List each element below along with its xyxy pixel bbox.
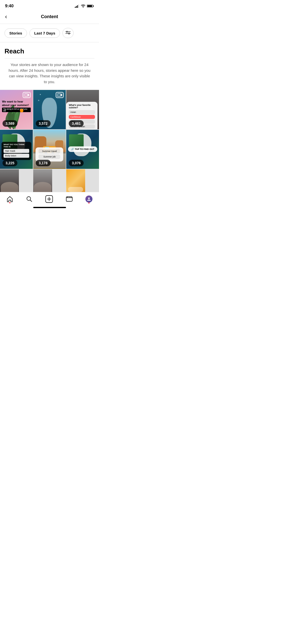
link-icon: 🔗 bbox=[71, 148, 74, 150]
quiz-option-asian: Asian bbox=[69, 110, 95, 114]
story-item-7[interactable] bbox=[0, 169, 19, 192]
svg-point-23 bbox=[71, 197, 72, 198]
profile-dot bbox=[88, 202, 90, 204]
reach-description: Your stories are shown to your audience … bbox=[5, 62, 94, 87]
story-item-9[interactable] bbox=[66, 169, 85, 192]
nav-home[interactable] bbox=[7, 196, 13, 202]
svg-point-21 bbox=[67, 197, 68, 198]
orange-accent bbox=[68, 187, 83, 192]
home-dot bbox=[9, 202, 10, 203]
story-item-8[interactable] bbox=[33, 169, 52, 192]
svg-rect-6 bbox=[87, 5, 92, 7]
svg-rect-2 bbox=[77, 5, 78, 8]
reel-icon-2 bbox=[56, 92, 64, 98]
story-count-4: 3,225 bbox=[3, 160, 17, 166]
home-indicator bbox=[33, 207, 66, 208]
wifi-icon bbox=[81, 4, 85, 8]
back-button[interactable]: ‹ bbox=[5, 13, 13, 20]
status-time: 9:40 bbox=[5, 4, 14, 9]
plate-partial-2 bbox=[34, 182, 51, 192]
camera-icon-2 bbox=[57, 93, 62, 97]
profile-avatar bbox=[85, 196, 92, 203]
person-icon bbox=[87, 197, 91, 201]
svg-point-22 bbox=[69, 197, 70, 198]
plate-partial bbox=[1, 182, 18, 192]
nav-profile[interactable] bbox=[85, 196, 92, 203]
story-item-6[interactable]: 🔗 TAP TO FIND OUT 3,076 bbox=[66, 130, 99, 169]
nav-create[interactable] bbox=[45, 195, 53, 203]
reach-section: Reach Your stories are shown to your aud… bbox=[0, 42, 99, 90]
poll-option-job: Summer job bbox=[39, 154, 60, 159]
bottom-nav bbox=[0, 192, 99, 205]
reach-title: Reach bbox=[5, 47, 94, 55]
camera-icon bbox=[24, 93, 29, 97]
story-item-2[interactable]: 3,572 bbox=[33, 90, 66, 129]
tap-find-overlay: 🔗 TAP TO FIND OUT bbox=[68, 146, 97, 152]
header: ‹ Content bbox=[0, 11, 99, 24]
reach-divider bbox=[5, 58, 94, 58]
filter-bar: Stories Last 7 Days bbox=[0, 24, 99, 42]
svg-marker-12 bbox=[28, 94, 29, 96]
reel-icon-1 bbox=[23, 92, 31, 98]
lotion-question: WHAT DO YOU THINK THIS IS bbox=[4, 143, 29, 148]
page-title: Content bbox=[13, 14, 86, 19]
story-item-3[interactable]: What's your favorite cuisine? Asian Cari… bbox=[66, 90, 99, 129]
story-count-3: 3,461 bbox=[69, 120, 84, 127]
droplet-1 bbox=[40, 94, 41, 95]
quiz-question: What's your favorite cuisine? bbox=[69, 104, 95, 109]
story-item-1[interactable]: We want to hear about your summer! Tap a… bbox=[0, 90, 33, 129]
palm-headline: We want to hear about your summer! bbox=[2, 100, 31, 107]
palm-text-area: We want to hear about your summer! Tap a… bbox=[2, 100, 31, 113]
svg-line-16 bbox=[30, 200, 32, 202]
days-filter-button[interactable]: Last 7 Days bbox=[29, 28, 60, 38]
svg-rect-3 bbox=[78, 5, 79, 8]
home-icon bbox=[7, 196, 13, 202]
nav-search[interactable] bbox=[26, 196, 32, 202]
poll-option-travel: Summer travel bbox=[39, 149, 60, 153]
story-count-1: 3,589 bbox=[3, 120, 17, 127]
svg-marker-14 bbox=[61, 94, 62, 96]
story-count-6: 3,076 bbox=[69, 160, 84, 166]
lotion-overlay: WHAT DO YOU THINK THIS IS Hair mask Body… bbox=[2, 142, 31, 160]
filter-options-button[interactable] bbox=[62, 28, 74, 38]
story-count-2: 3,572 bbox=[36, 120, 51, 127]
droplet-3 bbox=[38, 100, 39, 101]
stories-filter-button[interactable]: Stories bbox=[5, 28, 27, 38]
story-item-5[interactable]: Summer travel Summer job 3,178 bbox=[33, 130, 66, 169]
svg-point-8 bbox=[67, 31, 68, 33]
create-icon bbox=[45, 195, 53, 203]
svg-point-10 bbox=[69, 33, 70, 34]
search-icon bbox=[26, 196, 32, 202]
story-item-4[interactable]: WHAT DO YOU THINK THIS IS Hair mask Body… bbox=[0, 130, 33, 169]
svg-rect-0 bbox=[75, 7, 76, 8]
status-bar: 9:40 bbox=[0, 0, 99, 11]
status-icons bbox=[75, 4, 94, 8]
svg-rect-13 bbox=[57, 94, 61, 96]
svg-rect-5 bbox=[93, 6, 94, 7]
story-count-5: 3,178 bbox=[36, 160, 51, 166]
tap-text: TAP TO FIND OUT bbox=[75, 148, 94, 150]
lotion-option-body: Body lotion bbox=[4, 154, 29, 158]
svg-point-24 bbox=[88, 198, 90, 199]
nav-reels[interactable] bbox=[66, 196, 73, 202]
palm-subtext: Tap along to tell us what you did bbox=[2, 108, 31, 112]
desert-poll: Summer travel Summer job bbox=[36, 147, 63, 162]
svg-rect-1 bbox=[76, 6, 77, 8]
svg-rect-11 bbox=[24, 94, 28, 96]
battery-icon bbox=[87, 4, 94, 8]
reels-icon bbox=[66, 196, 73, 202]
quiz-option-caribbean: Caribbean bbox=[69, 115, 95, 119]
sliders-icon bbox=[65, 31, 71, 35]
orange-dot bbox=[20, 109, 23, 112]
lotion-option-hair: Hair mask bbox=[4, 149, 29, 153]
content-grid: We want to hear about your summer! Tap a… bbox=[0, 90, 99, 192]
signal-icon bbox=[75, 5, 79, 8]
